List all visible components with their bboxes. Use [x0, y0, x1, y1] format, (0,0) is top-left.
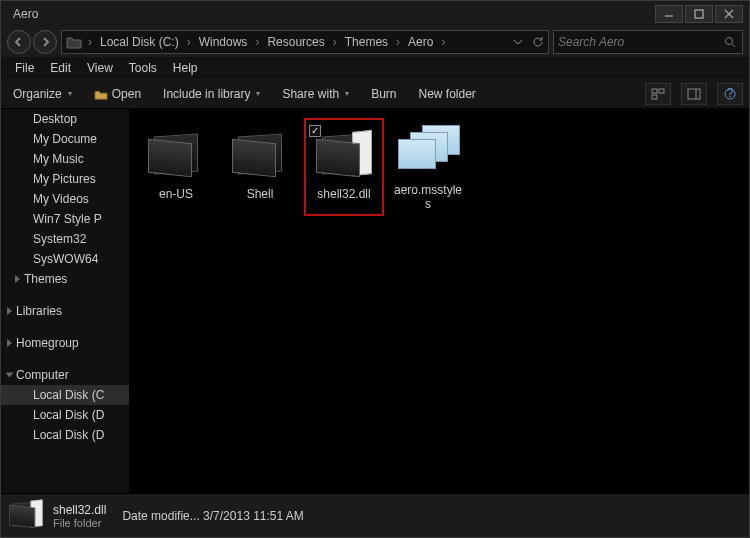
refresh-button[interactable] — [528, 31, 548, 53]
tree-item-drive[interactable]: Local Disk (D — [1, 405, 129, 425]
svg-rect-0 — [695, 10, 703, 18]
open-label: Open — [112, 87, 141, 101]
maximize-button[interactable] — [685, 5, 713, 23]
search-input[interactable] — [558, 35, 722, 49]
command-bar: Organize▾ Open Include in library▾ Share… — [1, 79, 749, 109]
details-pane: shell32.dll File folder Date modifie... … — [1, 493, 749, 537]
back-button[interactable] — [7, 30, 31, 54]
tree-item-drive[interactable]: Local Disk (D — [1, 425, 129, 445]
chevron-down-icon: ▾ — [68, 89, 72, 98]
nav-buttons — [7, 30, 57, 54]
msstyles-icon — [395, 123, 461, 179]
window-controls — [655, 5, 743, 23]
tree-item[interactable]: Desktop — [1, 109, 129, 129]
tree-group-label: Libraries — [16, 304, 62, 318]
menu-file[interactable]: File — [7, 58, 42, 78]
tree-item-label: Local Disk (D — [33, 428, 104, 442]
tree-group-libraries[interactable]: Libraries — [1, 301, 129, 321]
folder-icon — [15, 233, 29, 245]
tree-item-label: Themes — [24, 272, 67, 286]
new-folder-button[interactable]: New folder — [413, 84, 482, 104]
address-tail — [508, 31, 548, 53]
chevron-right-icon: › — [439, 35, 447, 49]
chevron-down-icon: ▾ — [256, 89, 260, 98]
tree-item[interactable]: My Pictures — [1, 169, 129, 189]
folder-icon — [227, 123, 293, 183]
drive-icon — [15, 389, 29, 401]
tree-group-homegroup[interactable]: Homegroup — [1, 333, 129, 353]
breadcrumb-segment[interactable]: Local Disk (C:) — [94, 35, 185, 49]
file-item[interactable]: aero.msstyles — [389, 119, 467, 215]
folder-icon — [15, 213, 29, 225]
help-button[interactable]: ? — [717, 83, 743, 105]
open-button[interactable]: Open — [88, 84, 147, 104]
address-history-dropdown[interactable] — [508, 31, 528, 53]
breadcrumb-segment[interactable]: Themes — [339, 35, 394, 49]
chevron-down-icon: ▾ — [345, 89, 349, 98]
tree-item-drive[interactable]: Local Disk (C — [1, 385, 129, 405]
burn-label: Burn — [371, 87, 396, 101]
folder-icon — [15, 253, 29, 265]
folder-icon — [143, 123, 209, 183]
folder-icon — [15, 113, 29, 125]
tree-item[interactable]: My Music — [1, 149, 129, 169]
menu-bar: File Edit View Tools Help — [1, 57, 749, 79]
folder-item-selected[interactable]: ✓ shell32.dll — [305, 119, 383, 215]
details-name: shell32.dll — [53, 503, 106, 517]
chevron-right-icon: › — [394, 35, 402, 49]
search-icon — [722, 34, 738, 50]
minimize-button[interactable] — [655, 5, 683, 23]
folder-item[interactable]: en-US — [137, 119, 215, 215]
expand-icon[interactable] — [7, 307, 12, 315]
tree-item-label: System32 — [33, 232, 86, 246]
title-bar: Aero — [1, 1, 749, 27]
svg-point-1 — [726, 38, 733, 45]
items-view[interactable]: en-US Shell ✓ shell32.dll aero.msstyles — [129, 109, 749, 493]
include-in-library-button[interactable]: Include in library▾ — [157, 84, 266, 104]
menu-view[interactable]: View — [79, 58, 121, 78]
forward-button[interactable] — [33, 30, 57, 54]
collapse-icon[interactable] — [6, 373, 14, 378]
close-button[interactable] — [715, 5, 743, 23]
item-label: aero.msstyles — [391, 183, 465, 211]
menu-tools[interactable]: Tools — [121, 58, 165, 78]
tree-group-computer[interactable]: Computer — [1, 365, 129, 385]
organize-button[interactable]: Organize▾ — [7, 84, 78, 104]
folder-icon — [15, 173, 29, 185]
burn-button[interactable]: Burn — [365, 84, 402, 104]
menu-edit[interactable]: Edit — [42, 58, 79, 78]
svg-text:?: ? — [727, 88, 734, 100]
chevron-right-icon: › — [185, 35, 193, 49]
tree-item[interactable]: Win7 Style P — [1, 209, 129, 229]
explorer-body: Desktop My Docume My Music My Pictures M… — [1, 109, 749, 493]
tree-item[interactable]: My Docume — [1, 129, 129, 149]
tree-item[interactable]: Themes — [1, 269, 129, 289]
tree-item-label: My Videos — [33, 192, 89, 206]
folder-icon — [15, 153, 29, 165]
breadcrumb-segment[interactable]: Resources — [261, 35, 330, 49]
address-bar[interactable]: › Local Disk (C:) › Windows › Resources … — [61, 30, 549, 54]
folder-item[interactable]: Shell — [221, 119, 299, 215]
item-label: shell32.dll — [317, 187, 370, 201]
tree-item-label: Win7 Style P — [33, 212, 102, 226]
svg-rect-3 — [659, 89, 664, 93]
open-folder-icon — [94, 88, 108, 100]
tree-item[interactable]: My Videos — [1, 189, 129, 209]
menu-help[interactable]: Help — [165, 58, 206, 78]
search-box[interactable] — [553, 30, 743, 54]
tree-item[interactable]: SysWOW64 — [1, 249, 129, 269]
breadcrumb-segment[interactable]: Aero — [402, 35, 439, 49]
preview-pane-button[interactable] — [681, 83, 707, 105]
svg-rect-4 — [652, 95, 657, 99]
expand-icon[interactable] — [7, 339, 12, 347]
folder-icon — [15, 193, 29, 205]
expand-icon[interactable] — [15, 275, 20, 283]
tree-group-label: Homegroup — [16, 336, 79, 350]
navigation-pane[interactable]: Desktop My Docume My Music My Pictures M… — [1, 109, 129, 493]
change-view-button[interactable] — [645, 83, 671, 105]
breadcrumb-segment[interactable]: Windows — [193, 35, 254, 49]
share-with-button[interactable]: Share with▾ — [276, 84, 355, 104]
window-title: Aero — [7, 7, 655, 21]
tree-item[interactable]: System32 — [1, 229, 129, 249]
svg-rect-2 — [652, 89, 657, 93]
